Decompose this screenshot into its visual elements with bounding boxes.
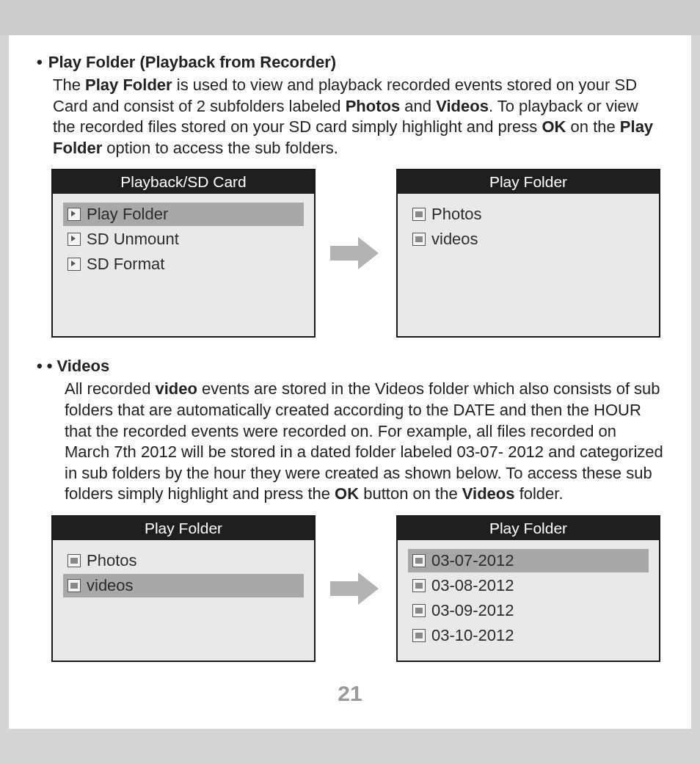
photo-icon [412, 208, 426, 221]
menu-item-label: Photos [87, 551, 137, 570]
menu-title: Playback/SD Card [53, 170, 314, 194]
text-fragment: button on the [359, 484, 462, 503]
text-fragment: All recorded [65, 379, 156, 398]
menu-item[interactable]: SD Unmount [63, 228, 304, 251]
menu-item[interactable]: SD Format [63, 252, 304, 276]
menu-item-label: 03-10-2012 [431, 626, 514, 645]
figure-playfolder-to-dates: Play Folder Photosvideos Play Folder 03-… [51, 515, 663, 662]
menu-item-label: 03-08-2012 [431, 576, 514, 595]
menu-title: Play Folder [398, 170, 659, 194]
section-videos: • • Videos [37, 357, 663, 379]
menu-title: Play Folder [53, 517, 314, 540]
page: • Play Folder (Playback from Recorder) T… [0, 0, 700, 764]
text-fragment: option to access the sub folders. [102, 139, 338, 157]
photo-icon [68, 554, 81, 567]
menu-item[interactable]: videos [408, 228, 649, 251]
arrow-right-icon [330, 572, 382, 605]
menu-play-folder: Play Folder Photosvideos [396, 169, 660, 338]
menu-item-label: Play Folder [87, 205, 168, 224]
section1-paragraph: The Play Folder is used to view and play… [53, 75, 663, 159]
text-bold: Videos [462, 484, 515, 503]
text-fragment: folder. [515, 484, 564, 503]
menu-body: 03-07-201203-08-201203-09-201203-10-2012 [398, 540, 659, 656]
photo-icon [412, 579, 426, 592]
menu-item[interactable]: Play Folder [63, 203, 304, 226]
section-title: Play Folder (Playback from Recorder) [48, 53, 336, 72]
text-fragment: on the [566, 117, 619, 136]
menu-playback-sd-card: Playback/SD Card Play FolderSD UnmountSD… [51, 169, 316, 338]
menu-title: Play Folder [398, 517, 659, 540]
menu-item-label: videos [431, 230, 478, 249]
bullet-icon: • [37, 357, 47, 379]
menu-item[interactable]: 03-10-2012 [408, 624, 649, 647]
bullet-icon: • [37, 53, 48, 75]
menu-item[interactable]: 03-07-2012 [408, 549, 649, 572]
photo-icon [412, 604, 426, 617]
menu-body: Play FolderSD UnmountSD Format [53, 194, 314, 285]
menu-body: Photosvideos [53, 540, 314, 606]
menu-play-folder-videos-selected: Play Folder Photosvideos [51, 515, 316, 662]
menu-item[interactable]: Photos [63, 549, 304, 572]
bullet-icon: • [47, 357, 57, 379]
menu-item-label: Photos [431, 205, 482, 224]
menu-item[interactable]: 03-08-2012 [408, 574, 649, 597]
photo-icon [412, 629, 426, 642]
menu-item-label: 03-07-2012 [431, 551, 514, 570]
text-bold: OK [335, 484, 359, 503]
text-bold: Photos [346, 97, 401, 115]
menu-play-folder-dates: Play Folder 03-07-201203-08-201203-09-20… [396, 515, 660, 662]
menu-item[interactable]: videos [63, 574, 304, 597]
menu-item-label: 03-09-2012 [431, 601, 514, 620]
text-bold: OK [542, 117, 566, 136]
photo-icon [412, 233, 426, 246]
menu-item[interactable]: 03-09-2012 [408, 599, 649, 622]
menu-item[interactable]: Photos [408, 203, 649, 226]
menu-item-label: videos [87, 576, 134, 595]
play-icon [68, 233, 81, 246]
photo-icon [68, 579, 81, 592]
text-fragment: and [400, 97, 436, 115]
page-number: 21 [37, 681, 663, 706]
section-title: Videos [56, 357, 109, 376]
menu-body: Photosvideos [398, 194, 659, 260]
text-bold: Videos [436, 97, 489, 115]
text-bold: Play Folder [85, 76, 172, 94]
section2-paragraph: All recorded video events are stored in … [65, 379, 663, 505]
text-bold: video [156, 379, 197, 398]
figure-playback-to-playfolder: Playback/SD Card Play FolderSD UnmountSD… [51, 169, 663, 338]
menu-item-label: SD Unmount [87, 230, 179, 249]
play-icon [68, 208, 81, 221]
text-fragment: The [53, 76, 85, 94]
menu-item-label: SD Format [87, 255, 164, 274]
page-content: • Play Folder (Playback from Recorder) T… [9, 35, 691, 729]
arrow-right-icon [330, 237, 382, 269]
section-play-folder: • Play Folder (Playback from Recorder) [37, 53, 663, 75]
play-icon [68, 258, 81, 271]
photo-icon [412, 554, 426, 567]
top-margin-band [0, 0, 700, 35]
